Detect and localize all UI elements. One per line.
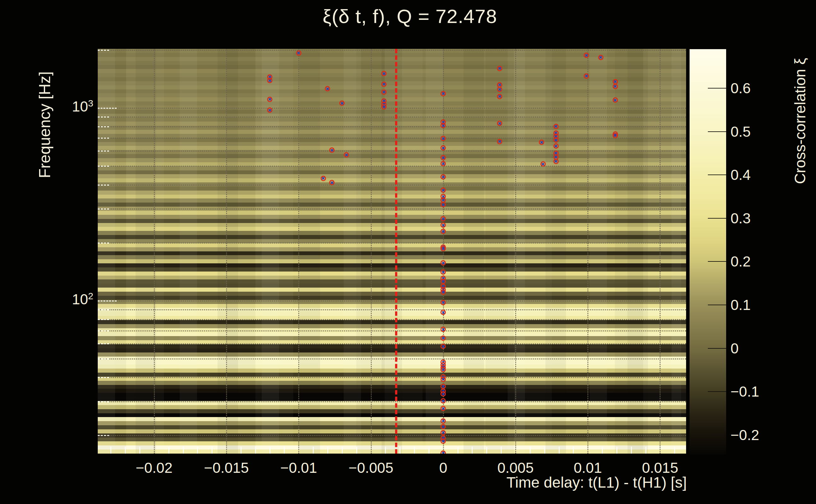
y-axis-title: Frequency [Hz]	[36, 71, 54, 178]
y-gridline	[98, 126, 686, 127]
x-minor-tick	[313, 447, 314, 454]
colorbar-tick-label: 0.3	[731, 210, 787, 227]
x-minor-tick	[241, 447, 242, 454]
plot-area	[98, 49, 686, 454]
y-gridline	[98, 401, 686, 402]
correlation-peak-marker	[497, 66, 502, 71]
colorbar-title: Cross-correlation ξ	[791, 58, 809, 184]
colorbar-tick-label: 0	[731, 340, 787, 357]
colorbar-tick-label: 0.1	[731, 296, 787, 313]
x-minor-tick	[631, 447, 632, 454]
x-axis-title: Time delay: t(L1) - t(H1) [s]	[410, 474, 687, 491]
x-minor-tick	[255, 447, 256, 454]
plot-title: ξ(δ t, f), Q = 72.478	[98, 5, 722, 27]
y-gridline	[98, 117, 686, 117]
x-minor-tick	[646, 447, 647, 454]
y-major-tick	[98, 301, 117, 301]
x-gridline	[371, 49, 372, 454]
x-minor-tick	[573, 447, 574, 454]
x-tick-label: −0.005	[349, 459, 394, 476]
correlation-peak-marker	[440, 289, 446, 295]
colorbar-tick	[708, 88, 726, 89]
x-minor-tick	[168, 447, 169, 454]
x-gridline	[154, 49, 155, 454]
correlation-peak-marker	[497, 139, 502, 144]
y-minor-tick	[98, 50, 109, 51]
x-tick-label: −0.015	[204, 459, 249, 476]
x-gridline	[660, 49, 661, 454]
colorbar	[690, 49, 726, 455]
x-minor-tick	[125, 447, 126, 454]
x-gridline	[515, 49, 516, 454]
correlation-peak-marker	[381, 104, 387, 110]
correlation-peak-marker	[440, 438, 446, 444]
colorbar-tick	[708, 218, 726, 219]
x-minor-tick	[110, 447, 111, 454]
y-minor-tick	[98, 343, 109, 344]
colorbar-tick-label: −0.2	[731, 427, 787, 444]
y-gridline	[98, 377, 686, 378]
y-gridline	[98, 243, 686, 243]
x-minor-tick	[674, 447, 675, 454]
reference-time-delay-line	[395, 49, 397, 454]
correlation-peak-marker	[321, 176, 326, 181]
correlation-peak-marker	[598, 55, 603, 60]
colorbar-tick-label: −0.1	[731, 383, 787, 400]
colorbar-tick	[708, 305, 726, 305]
x-minor-tick	[457, 447, 458, 454]
y-minor-tick	[98, 151, 109, 152]
y-gridline	[98, 301, 686, 301]
x-tick-label: −0.01	[280, 459, 317, 476]
y-minor-tick	[98, 309, 109, 310]
colorbar-tick-label: 0.6	[731, 80, 787, 97]
y-minor-tick	[98, 377, 109, 378]
y-minor-tick	[98, 117, 109, 117]
heatmap-column-texture	[98, 49, 686, 454]
x-minor-tick	[414, 447, 415, 454]
correlation-peak-marker	[613, 97, 618, 103]
correlation-peak-marker	[497, 94, 502, 99]
y-gridline	[98, 343, 686, 344]
x-minor-tick	[284, 447, 285, 454]
x-gridline	[587, 49, 588, 454]
y-minor-tick	[98, 185, 109, 186]
y-minor-tick	[98, 138, 109, 139]
y-gridline	[98, 209, 686, 209]
correlation-peak-marker	[440, 418, 446, 424]
colorbar-tick	[708, 348, 726, 349]
correlation-peak-marker	[613, 133, 618, 138]
correlation-peak-marker	[553, 159, 559, 164]
colorbar-tick-label: 0.4	[731, 166, 787, 183]
x-tick-label: −0.02	[136, 459, 172, 476]
y-minor-tick	[98, 401, 109, 402]
colorbar-tick	[708, 435, 726, 435]
x-minor-tick	[486, 447, 487, 454]
x-minor-tick	[197, 447, 198, 454]
y-gridline	[98, 166, 686, 167]
y-tick-label: 102	[55, 291, 93, 308]
y-gridline	[98, 50, 686, 51]
correlation-peak-marker	[440, 300, 446, 305]
y-minor-tick	[98, 319, 109, 320]
x-minor-tick	[399, 447, 400, 454]
y-minor-tick	[98, 435, 109, 436]
colorbar-tick-label: 0.5	[731, 123, 787, 140]
y-gridline	[98, 358, 686, 359]
colorbar-tick	[708, 261, 726, 262]
correlation-peak-marker	[540, 161, 546, 167]
x-minor-tick	[385, 447, 386, 454]
x-minor-tick	[356, 447, 357, 454]
correlation-peak-marker	[440, 335, 446, 341]
correlation-peak-marker	[440, 91, 446, 96]
correlation-peak-marker	[553, 124, 559, 129]
x-minor-tick	[270, 447, 271, 454]
correlation-peak-marker	[440, 377, 446, 382]
y-minor-tick	[98, 166, 109, 167]
x-minor-tick	[544, 447, 545, 454]
correlation-peak-marker	[553, 143, 559, 149]
y-gridline	[98, 319, 686, 320]
x-minor-tick	[559, 447, 560, 454]
y-gridline	[98, 151, 686, 152]
figure: ξ(δ t, f), Q = 72.478 Frequency [Hz] 103…	[0, 0, 816, 504]
y-minor-tick	[98, 330, 109, 331]
